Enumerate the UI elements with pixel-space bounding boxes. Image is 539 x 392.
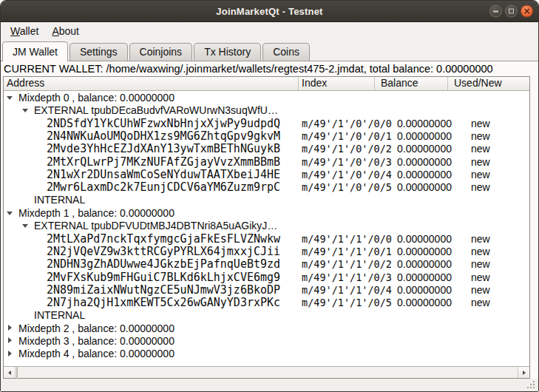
minimize-button[interactable] <box>489 5 502 18</box>
address-cell: 2N1wXr2DUnsaWmCoSeNYduwTAATXbeiJ4HE <box>4 168 299 181</box>
tree-row[interactable]: 2N2jVQeVZ9w3kttRCGyPYRLX64jmxxjCJiim/49'… <box>4 245 529 257</box>
menu-item-wallet[interactable]: Wallet <box>4 23 45 40</box>
scroll-left-button[interactable] <box>4 367 16 378</box>
status-cell: new <box>448 181 529 193</box>
status-cell: new <box>448 233 529 245</box>
arrow-left-icon <box>8 371 11 375</box>
row-label: 2Mwr6LaxmDc2k7EunjCDCV6aYM6Zuzm9rpC <box>47 180 280 194</box>
menubar: WalletAbout <box>1 22 538 40</box>
address-cell: 2Mwr6LaxmDc2k7EunjCDCV6aYM6Zuzm9rpC <box>4 180 299 194</box>
expander-closed-icon[interactable] <box>7 337 13 345</box>
tab-coinjoins[interactable]: Coinjoins <box>129 43 193 61</box>
expander-open-icon[interactable] <box>7 93 13 101</box>
arrow-right-icon <box>523 371 526 375</box>
balance-cell: 0.00000000 <box>375 169 448 180</box>
menu-item-about[interactable]: About <box>45 23 86 40</box>
address-cell: 2MtXrQLwrPj7MKzNUFAfZGjayVvzXmmBBmB <box>4 155 299 169</box>
tree-row[interactable]: Mixdepth 2 , balance: 0.00000000 <box>4 322 529 334</box>
tree-row[interactable]: 2NDSfdY1YkCUhWFzwxNbHnjxXjwPy9udpdQm/49'… <box>4 117 529 129</box>
balance-cell: 0.00000000 <box>375 271 448 283</box>
column-header-used-new[interactable]: Used/New <box>448 77 529 90</box>
address-cell: 2NDHN3gZhADUwwe4JGkzbEjPafnqUeBt9zd <box>4 257 299 271</box>
status-cell: new <box>448 284 529 296</box>
status-cell: new <box>448 156 529 168</box>
row-label: 2N7jha2QjH1xmKEWT5Cx26wGANyYD3rxPKc <box>47 296 280 309</box>
expander-closed-icon[interactable] <box>7 350 13 358</box>
tree-row[interactable]: 2Mvde3YhHcEZJdXAnY13ywTxmBEThNGuykBm/49'… <box>4 142 529 155</box>
scrollbar-track[interactable] <box>16 367 518 378</box>
tree-row[interactable]: 2Mwr6LaxmDc2k7EunjCDCV6aYM6Zuzm9rpCm/49'… <box>4 180 529 193</box>
tree-row[interactable]: Mixdepth 0 , balance: 0.00000000 <box>4 91 529 104</box>
scroll-right-button[interactable] <box>518 367 529 378</box>
row-label: Mixdepth 0 , balance: 0.00000000 <box>18 92 174 104</box>
horizontal-scrollbar[interactable] <box>4 366 529 378</box>
expander-spacer <box>22 196 29 204</box>
expander-open-icon[interactable] <box>7 209 13 217</box>
balance-cell: 0.00000000 <box>375 258 448 270</box>
row-label: INTERNAL <box>34 309 85 321</box>
tree-row[interactable]: Mixdepth 3 , balance: 0.00000000 <box>4 334 529 347</box>
tree-row[interactable]: INTERNAL <box>4 194 529 206</box>
tree-row[interactable]: INTERNAL <box>4 309 529 322</box>
expander-open-icon[interactable] <box>22 221 29 229</box>
balance-cell: 0.00000000 <box>375 118 448 129</box>
current-wallet-banner: CURRENT WALLET: /home/waxwing/.joinmarke… <box>1 61 538 76</box>
window-controls: × <box>489 5 533 18</box>
row-label: EXTERNAL tpubDEcaBudvfVARoWUrwN3suqWfU… <box>34 104 278 116</box>
address-cell: Mixdepth 4 , balance: 0.00000000 <box>4 348 299 359</box>
row-label: 2MvFXsKub9mFHGuiC7BLKd6kLhjxCVE6mg9 <box>47 271 280 284</box>
resize-grip[interactable] <box>527 381 535 389</box>
expander-closed-icon[interactable] <box>7 324 13 332</box>
address-cell: INTERNAL <box>4 309 299 321</box>
address-cell: INTERNAL <box>4 194 299 206</box>
row-label: 2MtLXaPd7nckTqxfymgcGjaFkEsFLVZNwkw <box>47 232 280 246</box>
maximize-icon <box>509 9 514 14</box>
expander-spacer <box>22 311 29 320</box>
balance-cell: 0.00000000 <box>375 233 448 245</box>
column-header-index[interactable]: Index <box>299 77 375 90</box>
tree-row[interactable]: EXTERNAL tpubDEcaBudvfVARoWUrwN3suqWfU… <box>4 104 529 116</box>
address-cell: EXTERNAL tpubDEcaBudvfVARoWUrwN3suqWfU… <box>4 104 299 116</box>
minimize-icon <box>493 10 498 12</box>
row-label: INTERNAL <box>34 194 85 206</box>
tree-row[interactable]: 2N89miZaixNWutNgzCE5uNJmwV3jz6BkoDPm/49'… <box>4 283 529 296</box>
tree-row[interactable]: 2MvFXsKub9mFHGuiC7BLKd6kLhjxCVE6mg9m/49'… <box>4 271 529 283</box>
tab-coins[interactable]: Coins <box>262 43 310 61</box>
column-header-address[interactable]: Address <box>4 77 299 90</box>
tab-tx-history[interactable]: Tx History <box>194 43 261 61</box>
tree-row[interactable]: EXTERNAL tpubDFVUDtMBJ4DBTNri8A5uAGikyJ… <box>4 219 529 232</box>
tree-row[interactable]: 2NDHN3gZhADUwwe4JGkzbEjPafnqUeBt9zdm/49'… <box>4 257 529 270</box>
tree-header: AddressIndexBalanceUsed/New <box>4 77 529 91</box>
maximize-button[interactable] <box>505 5 518 18</box>
balance-cell: 0.00000000 <box>375 181 448 193</box>
status-cell: new <box>448 258 529 270</box>
tree-row[interactable]: 2N7jha2QjH1xmKEWT5Cx26wGANyYD3rxPKcm/49'… <box>4 296 529 308</box>
tree-row[interactable]: 2MtLXaPd7nckTqxfymgcGjaFkEsFLVZNwkwm/49'… <box>4 232 529 245</box>
tree-row[interactable]: Mixdepth 4 , balance: 0.00000000 <box>4 348 529 360</box>
expander-open-icon[interactable] <box>22 106 29 114</box>
row-label: 2Mvde3YhHcEZJdXAnY13ywTxmBEThNGuykB <box>47 142 280 155</box>
tree-row[interactable]: 2MtXrQLwrPj7MKzNUFAfZGjayVvzXmmBBmBm/49'… <box>4 155 529 168</box>
index-cell: m/49'/1'/1'/0/2 <box>299 258 375 270</box>
window-title: JoinMarketQt - Testnet <box>216 6 322 17</box>
close-button[interactable]: × <box>521 5 533 18</box>
tree-row[interactable]: 2N1wXr2DUnsaWmCoSeNYduwTAATXbeiJ4HEm/49'… <box>4 168 529 180</box>
index-cell: m/49'/1'/0'/0/2 <box>299 143 375 155</box>
status-cell: new <box>448 271 529 283</box>
address-cell: EXTERNAL tpubDFVUDtMBJ4DBTNri8A5uAGikyJ… <box>4 220 299 232</box>
tab-settings[interactable]: Settings <box>70 43 128 61</box>
status-cell: new <box>448 130 529 142</box>
index-cell: m/49'/1'/0'/0/3 <box>299 156 375 168</box>
address-cell: Mixdepth 3 , balance: 0.00000000 <box>4 335 299 347</box>
row-label: Mixdepth 4 , balance: 0.00000000 <box>18 348 174 359</box>
tree-row[interactable]: Mixdepth 1 , balance: 0.00000000 <box>4 206 529 219</box>
index-cell: m/49'/1'/0'/0/0 <box>299 118 375 129</box>
tree-row[interactable]: 2N4NWKuAoUMQoDHX1zs9MG6ZhtqGpv9gkvMm/49'… <box>4 129 529 142</box>
column-header-balance[interactable]: Balance <box>375 77 448 90</box>
address-cell: Mixdepth 1 , balance: 0.00000000 <box>4 207 299 219</box>
tab-jm-wallet[interactable]: JM Wallet <box>2 41 68 61</box>
balance-cell: 0.00000000 <box>375 156 448 168</box>
row-label: Mixdepth 3 , balance: 0.00000000 <box>18 335 174 347</box>
titlebar[interactable]: JoinMarketQt - Testnet × <box>1 1 538 22</box>
index-cell: m/49'/1'/0'/0/1 <box>299 130 375 142</box>
